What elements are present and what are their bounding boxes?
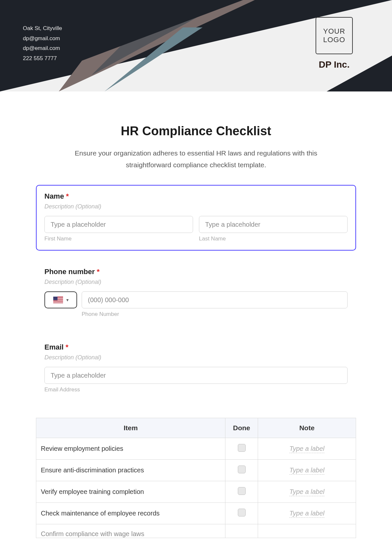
item-cell: Check maintenance of employee records bbox=[36, 503, 225, 524]
first-name-input[interactable] bbox=[44, 216, 193, 233]
page-title: HR Compliance Checklist bbox=[36, 124, 356, 138]
phone-field-group[interactable]: Phone number * Description (Optional) ▾ … bbox=[36, 260, 356, 326]
phone-number-input[interactable] bbox=[82, 291, 348, 308]
table-row-cutoff: Confirm compliance with wage laws bbox=[36, 524, 356, 538]
name-description: Description (Optional) bbox=[44, 203, 348, 210]
done-cell bbox=[225, 438, 258, 460]
required-asterisk: * bbox=[97, 268, 100, 276]
first-name-sublabel: First Name bbox=[44, 236, 193, 242]
required-asterisk: * bbox=[66, 192, 69, 200]
done-cell bbox=[225, 460, 258, 481]
email-sublabel: Email Address bbox=[44, 386, 348, 393]
us-flag-icon bbox=[53, 297, 63, 303]
country-code-select[interactable]: ▾ bbox=[44, 291, 77, 308]
note-cell[interactable]: Type a label bbox=[258, 438, 356, 460]
table-row: Check maintenance of employee recordsTyp… bbox=[36, 503, 356, 524]
note-placeholder: Type a label bbox=[289, 488, 324, 496]
logo-placeholder: YOUR LOGO bbox=[316, 17, 353, 54]
note-placeholder: Type a label bbox=[289, 466, 324, 475]
col-note: Note bbox=[258, 418, 356, 438]
document-header: Oak St, Cityville dp@gmail.com dp@email.… bbox=[0, 0, 392, 91]
required-asterisk: * bbox=[66, 343, 69, 351]
logo-block: YOUR LOGO DP Inc. bbox=[316, 17, 353, 70]
contact-address: Oak St, Cityville bbox=[23, 24, 62, 34]
logo-text-2: LOGO bbox=[323, 36, 345, 44]
table-row: Review employment policiesType a label bbox=[36, 438, 356, 460]
phone-label: Phone number * bbox=[44, 268, 348, 276]
note-placeholder: Type a label bbox=[289, 445, 324, 453]
last-name-input[interactable] bbox=[199, 216, 348, 233]
note-cell[interactable]: Type a label bbox=[258, 481, 356, 503]
phone-label-text: Phone number bbox=[44, 268, 95, 276]
last-name-sublabel: Last Name bbox=[199, 236, 348, 242]
email-description: Description (Optional) bbox=[44, 354, 348, 361]
table-row: Ensure anti-discrimination practicesType… bbox=[36, 460, 356, 481]
email-label-text: Email bbox=[44, 343, 64, 351]
name-label-text: Name bbox=[44, 192, 64, 200]
note-placeholder: Type a label bbox=[289, 510, 324, 518]
item-cell: Ensure anti-discrimination practices bbox=[36, 460, 225, 481]
col-done: Done bbox=[225, 418, 258, 438]
email-label: Email * bbox=[44, 343, 348, 352]
contact-email-1: dp@gmail.com bbox=[23, 34, 62, 44]
page-subtitle: Ensure your organization adheres to esse… bbox=[56, 147, 336, 171]
item-cell: Verify employee training completion bbox=[36, 481, 225, 503]
note-cell[interactable]: Type a label bbox=[258, 460, 356, 481]
form-body: HR Compliance Checklist Ensure your orga… bbox=[0, 91, 392, 538]
checkbox[interactable] bbox=[238, 487, 246, 495]
chevron-down-icon: ▾ bbox=[66, 297, 69, 303]
checkbox[interactable] bbox=[238, 466, 246, 473]
name-label: Name * bbox=[44, 192, 348, 201]
table-row: Verify employee training completionType … bbox=[36, 481, 356, 503]
note-cell[interactable]: Type a label bbox=[258, 503, 356, 524]
done-cell bbox=[225, 503, 258, 524]
phone-sublabel: Phone Number bbox=[82, 311, 348, 318]
email-input[interactable] bbox=[44, 367, 348, 384]
checkbox[interactable] bbox=[238, 509, 246, 516]
email-field-group[interactable]: Email * Description (Optional) Email Add… bbox=[36, 336, 356, 401]
name-field-group[interactable]: Name * Description (Optional) First Name… bbox=[36, 185, 356, 251]
contact-phone: 222 555 7777 bbox=[23, 54, 62, 64]
checkbox[interactable] bbox=[238, 444, 246, 452]
item-cell: Review employment policies bbox=[36, 438, 225, 460]
contact-email-2: dp@email.com bbox=[23, 43, 62, 54]
contact-block: Oak St, Cityville dp@gmail.com dp@email.… bbox=[23, 24, 62, 63]
item-cell: Confirm compliance with wage laws bbox=[36, 524, 225, 538]
done-cell bbox=[225, 481, 258, 503]
col-item: Item bbox=[36, 418, 225, 438]
logo-text-1: YOUR bbox=[323, 27, 345, 36]
company-name: DP Inc. bbox=[316, 59, 353, 70]
checklist-table: Item Done Note Review employment policie… bbox=[36, 418, 356, 538]
phone-description: Description (Optional) bbox=[44, 279, 348, 286]
